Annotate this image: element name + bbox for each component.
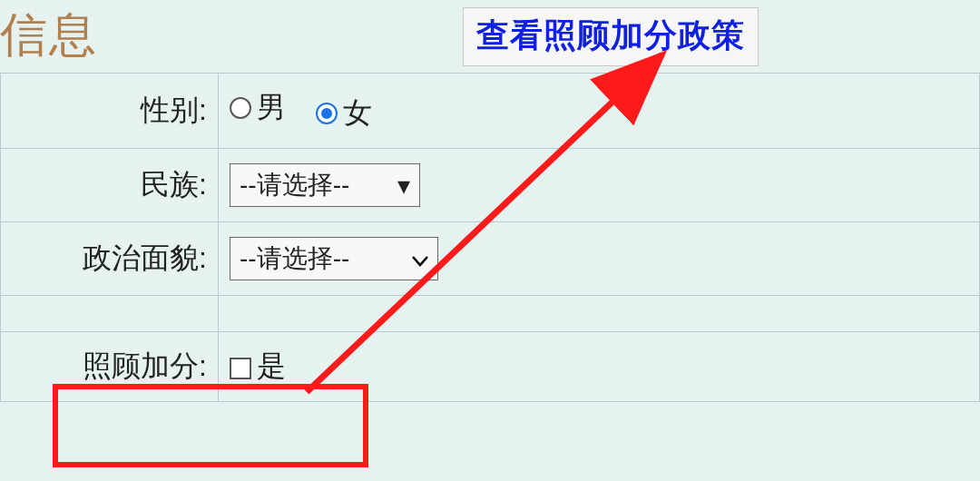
radio-female[interactable] [316, 103, 338, 124]
value-political: --请选择-- [219, 222, 980, 296]
radio-female-label: 女 [343, 93, 372, 133]
label-gender: 性别: [1, 74, 219, 149]
label-ethnicity: 民族: [1, 149, 219, 222]
chevron-down-icon: ▾ [397, 171, 410, 201]
radio-male[interactable] [230, 97, 251, 119]
select-ethnicity-value: --请选择-- [240, 168, 349, 202]
select-ethnicity[interactable]: --请选择-- ▾ [230, 163, 420, 207]
select-political-value: --请选择-- [240, 241, 349, 276]
row-political: 政治面貌: --请选择-- [1, 222, 980, 296]
value-bonus: 是 [219, 332, 980, 402]
row-spacer [1, 296, 980, 332]
label-political: 政治面貌: [1, 222, 219, 296]
chevron-down-icon [412, 244, 428, 273]
section-title: 信息 [0, 4, 98, 67]
view-bonus-policy-link[interactable]: 查看照顾加分政策 [463, 7, 759, 66]
checkbox-bonus-yes[interactable] [230, 358, 251, 379]
form-table: 性别: 男 女 民族: --请选择-- ▾ 政治面貌: [0, 73, 980, 402]
row-bonus: 照顾加分: 是 [1, 332, 980, 402]
value-gender: 男 女 [219, 74, 980, 149]
radio-male-label: 男 [257, 88, 286, 128]
label-bonus: 照顾加分: [1, 332, 219, 402]
row-ethnicity: 民族: --请选择-- ▾ [1, 149, 980, 222]
value-ethnicity: --请选择-- ▾ [219, 149, 980, 222]
checkbox-bonus-label: 是 [257, 349, 286, 382]
select-political[interactable]: --请选择-- [230, 237, 438, 280]
row-gender: 性别: 男 女 [1, 74, 980, 149]
